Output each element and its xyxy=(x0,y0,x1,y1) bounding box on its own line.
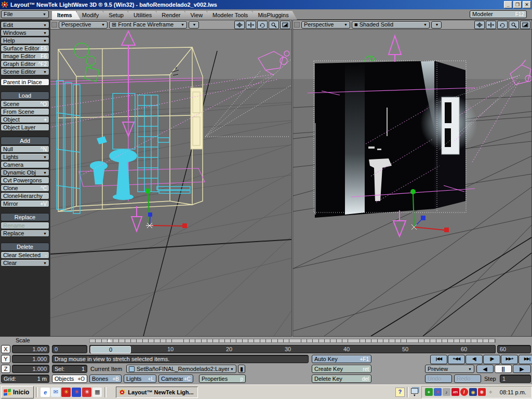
sidebar-item-object-layer[interactable]: Object Layer xyxy=(1,124,49,131)
scale-y-field[interactable]: 1.000 xyxy=(12,355,49,363)
viewport-right-canvas[interactable] xyxy=(293,30,531,336)
redo-button[interactable]: Redo xyxy=(454,375,481,383)
auto-key-button[interactable]: Auto Key+F1 xyxy=(312,355,371,363)
lw-tray-icon[interactable]: ✦ xyxy=(425,388,433,396)
taskbar-app-button[interactable]: Layout™ NewTek Ligh... xyxy=(116,387,198,398)
blocked-icon[interactable]: / xyxy=(460,388,468,396)
sidebar-item-clear-selected[interactable]: Clear Selected- xyxy=(1,251,49,259)
tab-view[interactable]: View xyxy=(185,11,211,20)
render-mode-select[interactable]: ■ Shaded Solid▼ xyxy=(352,21,430,29)
sidebar-item-clonehierarchy[interactable]: CloneHierarchy xyxy=(1,192,49,200)
item-type-cameras-button[interactable]: Cameras+C xyxy=(158,375,193,383)
next-key-button[interactable]: ▶▶+ xyxy=(501,355,518,364)
scale-x-field[interactable]: 1.000 xyxy=(12,345,49,353)
tab-modify[interactable]: Modify xyxy=(77,11,107,20)
minimize-button[interactable]: _ xyxy=(504,1,512,8)
sidebar-item-camera[interactable]: Camera xyxy=(1,161,49,168)
timeline-ruler[interactable] xyxy=(89,339,496,343)
modeler-button[interactable]: Modeler F12 xyxy=(470,10,527,18)
viewport-pan-icon[interactable] xyxy=(246,21,256,29)
viewport-zoom-icon[interactable] xyxy=(269,21,279,29)
undo-button[interactable]: Undo xyxy=(425,375,452,383)
sidebar-item-lights[interactable]: Lights▼ xyxy=(1,153,49,161)
end-frame-field[interactable]: 60 xyxy=(497,345,531,353)
sidebar-item-replace[interactable]: Replace▼ xyxy=(1,230,49,237)
viewport-rotate-icon[interactable] xyxy=(257,21,268,29)
timeline-bar[interactable]: 0 102030405060 xyxy=(89,345,496,353)
wand-icon[interactable]: ✧ xyxy=(487,388,495,396)
play-reverse-button[interactable]: ◀ xyxy=(476,365,494,373)
sidebar-item-mirror[interactable]: Mirror+V xyxy=(1,200,49,207)
sidebar-item-clone[interactable]: Clone^C xyxy=(1,184,49,192)
tab-render[interactable]: Render xyxy=(156,11,189,20)
viewport-grip-icon[interactable] xyxy=(294,22,300,28)
lightwave-red-icon[interactable]: ✳ xyxy=(61,388,71,397)
media-icon[interactable]: ▦ xyxy=(92,388,102,397)
preview-select[interactable]: Preview▼ xyxy=(425,365,474,373)
viewport-pan-icon[interactable] xyxy=(486,21,496,29)
prev-frame-button[interactable]: ◀|| xyxy=(466,355,483,364)
sidebar-item-image-editor[interactable]: Image EditorF6 xyxy=(1,52,49,60)
viewport-maximize-icon[interactable] xyxy=(520,21,530,29)
sidebar-item-graph-editor[interactable]: Graph Editor^F2 xyxy=(1,60,49,68)
scale-z-field[interactable]: 1.000 xyxy=(12,365,49,373)
axis-x-button[interactable]: X xyxy=(1,345,10,353)
start-button[interactable]: Inicio xyxy=(1,386,34,398)
sidebar-item-rename[interactable]: Rename xyxy=(1,222,49,229)
help-icon[interactable]: ? xyxy=(395,388,405,397)
sidebar-item-clear[interactable]: Clear▼ xyxy=(1,259,49,267)
viewport-center-icon[interactable] xyxy=(234,21,245,29)
viewport-zoom-icon[interactable] xyxy=(509,21,519,29)
axis-z-button[interactable]: Z xyxy=(1,365,10,373)
viewport-center-icon[interactable] xyxy=(474,21,485,29)
pause-button[interactable]: || xyxy=(495,365,512,373)
axis-y-button[interactable]: Y xyxy=(1,355,10,363)
item-type-bones-button[interactable]: Bones+B xyxy=(89,375,122,383)
sidebar-item-scene[interactable]: Scene^O xyxy=(1,100,49,108)
tab-modeler-tools[interactable]: Modeler Tools xyxy=(207,11,256,20)
sidebar-item-edit[interactable]: Edit▼ xyxy=(1,21,49,29)
viewport-options-select[interactable]: ▼ xyxy=(189,21,199,29)
antivirus-icon[interactable]: ❋ xyxy=(478,388,486,396)
lightwave-blue-icon[interactable]: ✳ xyxy=(72,388,81,397)
close-button[interactable]: ✕ xyxy=(523,1,531,8)
sidebar-item-scene-editor[interactable]: Scene Editor▼ xyxy=(1,68,49,75)
render-mode-select[interactable]: ⊞ Front Face Wireframe▼ xyxy=(109,21,187,29)
item-type-lights-button[interactable]: Lights+L xyxy=(124,375,156,383)
show-desktop-icon[interactable]: ▾ xyxy=(411,388,418,396)
viewport-grip-icon[interactable] xyxy=(51,22,57,28)
prev-key-button[interactable]: +◀◀ xyxy=(448,355,465,364)
item-type-objects-button[interactable]: Objects+O xyxy=(52,375,87,383)
current-item-select[interactable]: SetBañoFINAL_Remodelado2:Layer2▼ xyxy=(126,365,236,373)
sidebar-item-surface-editor[interactable]: Surface EditorF5 xyxy=(1,45,49,52)
restore-button[interactable]: ❐ xyxy=(513,1,522,8)
item-list-button[interactable]: ▮ xyxy=(238,365,245,373)
ie-icon[interactable]: e xyxy=(41,388,50,397)
sidebar-item-parent-in-place[interactable]: Parent in Place xyxy=(1,78,49,86)
start-frame-field[interactable]: 0 xyxy=(52,345,87,353)
camera-view-select[interactable]: Perspective▼ xyxy=(301,21,350,29)
properties-button[interactable]: Propertiesp xyxy=(199,375,246,383)
volume-icon[interactable]: ♪ xyxy=(443,388,450,396)
delete-key-button[interactable]: Delete Keydel xyxy=(312,375,371,383)
sidebar-item-from-scene[interactable]: From Scene xyxy=(1,108,49,115)
lightwave-red2-icon[interactable]: ✳ xyxy=(82,388,91,397)
file-menu-button[interactable]: File ▼ xyxy=(1,10,49,18)
net-error-icon[interactable]: ✕ xyxy=(434,388,442,396)
step-field[interactable]: 1 xyxy=(500,375,531,383)
timeline-slider[interactable]: 0 xyxy=(90,346,131,353)
mail-icon[interactable]: ✉ xyxy=(51,388,60,397)
viewport-maximize-icon[interactable] xyxy=(280,21,290,29)
sidebar-item-help[interactable]: Help▼ xyxy=(1,37,49,44)
ati-icon[interactable]: ATI xyxy=(451,388,459,396)
sidebar-item-cvt-powergons[interactable]: Cvt Powergons xyxy=(1,177,49,184)
go-end-button[interactable]: ▶▶| xyxy=(518,355,532,364)
sidebar-item-dynamic-obj[interactable]: Dynamic Obj▼ xyxy=(1,169,49,176)
viewport-rotate-icon[interactable] xyxy=(497,21,508,29)
tab-mispluggins[interactable]: MisPluggins xyxy=(252,11,297,20)
wireless-icon[interactable]: ◉ xyxy=(469,388,477,396)
tab-utilities[interactable]: Utilities xyxy=(128,11,160,20)
camera-view-select[interactable]: Perspective▼ xyxy=(59,21,108,29)
viewport-options-select[interactable]: ▼ xyxy=(431,21,442,29)
viewport-left-canvas[interactable]: z xyxy=(50,30,291,336)
